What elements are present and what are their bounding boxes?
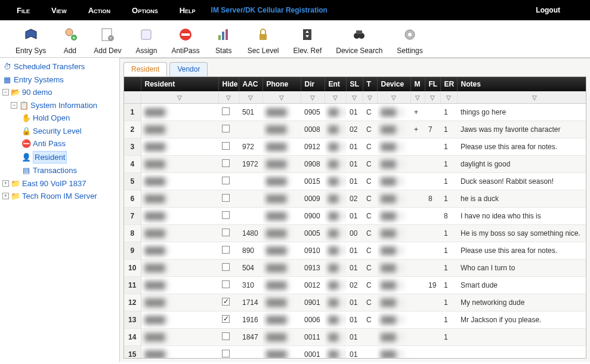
filter-cell[interactable]: ▽ — [363, 91, 377, 104]
table-row[interactable]: 10████504████0913██01C███1Who can I turn… — [124, 260, 586, 277]
hide-checkbox[interactable] — [222, 177, 230, 184]
tab-vendor[interactable]: Vendor — [169, 62, 208, 76]
table-row[interactable]: 7████████0900██01C███8I have no idea who… — [124, 208, 586, 225]
tree-item-east-90-voip-1837[interactable]: +📁East 90 VoIP 1837 — [2, 177, 117, 190]
filter-cell[interactable]: ▽ — [377, 91, 410, 104]
hide-checkbox[interactable] — [222, 332, 230, 340]
table-row[interactable]: 13████1916████0006██01C███1Mr Jackson if… — [124, 311, 586, 329]
hide-cell[interactable] — [218, 208, 239, 225]
toolbar-add-dev[interactable]: +Add Dev — [87, 25, 128, 56]
filter-cell[interactable]: ▽ — [346, 91, 363, 104]
toolbar-settings[interactable]: Settings — [390, 25, 430, 56]
filter-cell[interactable]: ▽ — [410, 91, 425, 104]
toolbar-device-search[interactable]: Device Search — [329, 25, 390, 56]
table-row[interactable]: 2████████0008██02C███+71Jaws was my favo… — [124, 121, 586, 138]
table-row[interactable]: 5████████0015██01C███1Duck season! Rabbi… — [124, 173, 586, 190]
col-header-sl[interactable]: SL — [346, 77, 363, 91]
hide-cell[interactable] — [218, 138, 239, 156]
col-header-phone[interactable]: Phone — [262, 77, 301, 91]
filter-cell[interactable]: ▽ — [262, 91, 301, 104]
table-row[interactable]: 8████1480████0005██00C███1He is my boss … — [124, 225, 586, 242]
filter-cell[interactable]: ▽ — [141, 91, 218, 104]
hide-cell[interactable] — [218, 329, 239, 346]
hide-cell[interactable] — [218, 277, 239, 294]
filter-cell[interactable]: ▽ — [301, 91, 325, 104]
table-row[interactable]: 9████890████0910██01C███1Please use this… — [124, 242, 586, 260]
col-header-t[interactable]: T — [363, 77, 377, 91]
table-row[interactable]: 12████1714████0901██01C███1My networking… — [124, 294, 586, 311]
tree-item-hold-open[interactable]: ✋Hold Open — [2, 112, 117, 125]
hide-checkbox[interactable] — [222, 159, 230, 167]
filter-cell[interactable] — [124, 91, 141, 104]
filter-cell[interactable]: ▽ — [440, 91, 457, 104]
col-header-resident[interactable]: Resident — [141, 77, 218, 91]
menu-help[interactable]: Help — [169, 6, 206, 15]
tree-expander-icon[interactable]: + — [2, 180, 9, 187]
menu-options[interactable]: Options — [121, 6, 169, 15]
filter-cell[interactable]: ▽ — [218, 91, 239, 104]
col-header-notes[interactable]: Notes — [457, 77, 586, 91]
hide-checkbox[interactable] — [222, 246, 230, 254]
toolbar-stats[interactable]: Stats — [207, 25, 240, 56]
toolbar-sec-level[interactable]: Sec Level — [240, 25, 286, 56]
toolbar-add[interactable]: +Add — [53, 25, 87, 56]
hide-cell[interactable] — [218, 346, 239, 359]
hide-checkbox[interactable] — [222, 229, 230, 236]
hide-cell[interactable] — [218, 294, 239, 311]
col-header-aac[interactable]: AAC — [239, 77, 262, 91]
table-row[interactable]: 4████1972████0908██01C███1daylight is go… — [124, 156, 586, 173]
filter-cell[interactable]: ▽ — [325, 91, 346, 104]
hide-checkbox[interactable] — [222, 315, 230, 323]
hide-cell[interactable] — [218, 121, 239, 138]
col-header-rownum[interactable] — [124, 77, 141, 91]
tree-item-transactions[interactable]: ▤Transactions — [2, 164, 117, 177]
tree-item-tech-room-im-server[interactable]: +📁Tech Room IM Server — [2, 190, 117, 203]
logout-link[interactable]: Logout — [536, 6, 560, 14]
tree-item-scheduled-transfers[interactable]: ⏱Scheduled Transfers — [2, 60, 117, 73]
table-row[interactable]: 14████1847████0011██01███1 — [124, 329, 586, 346]
col-header-m[interactable]: M — [410, 77, 425, 91]
tree-item-system-information[interactable]: −📋System Information — [2, 99, 117, 112]
col-header-er[interactable]: ER — [440, 77, 457, 91]
hide-checkbox[interactable] — [222, 350, 230, 357]
table-row[interactable]: 15████████0001██01███ — [124, 346, 586, 359]
menu-file[interactable]: File — [6, 6, 41, 15]
hide-cell[interactable] — [218, 104, 239, 121]
table-row[interactable]: 11████310████0012██02C███191Smart dude — [124, 277, 586, 294]
toolbar-antipass[interactable]: AntiPass — [164, 25, 206, 56]
tree-item-security-level[interactable]: 🔒Security Level — [2, 125, 117, 138]
tab-resident[interactable]: Resident — [123, 62, 167, 76]
hide-cell[interactable] — [218, 173, 239, 190]
col-header-dir[interactable]: Dir — [301, 77, 325, 91]
hide-cell[interactable] — [218, 311, 239, 329]
hide-cell[interactable] — [218, 156, 239, 173]
hide-checkbox[interactable] — [222, 298, 230, 306]
hide-cell[interactable] — [218, 242, 239, 260]
hide-cell[interactable] — [218, 225, 239, 242]
toolbar-assign[interactable]: Assign — [128, 25, 164, 56]
menu-action[interactable]: Action — [78, 6, 121, 15]
col-header-hide[interactable]: Hide — [218, 77, 239, 91]
table-row[interactable]: 3████972████0912██01C███1Please use this… — [124, 138, 586, 156]
tree-item-resident[interactable]: 👤Resident — [2, 150, 117, 165]
col-header-fl[interactable]: FL — [425, 77, 440, 91]
tree-expander-icon[interactable]: + — [2, 193, 9, 199]
hide-checkbox[interactable] — [222, 263, 230, 271]
filter-cell[interactable]: ▽ — [457, 91, 586, 104]
table-row[interactable]: 1████501████0905██01C███+1things go here — [124, 104, 586, 121]
toolbar-entry-sys[interactable]: Entry Sys — [8, 25, 53, 56]
tree-item-entry-systems[interactable]: ▦Entry Systems — [2, 73, 117, 87]
col-header-device[interactable]: Device — [377, 77, 410, 91]
hide-checkbox[interactable] — [222, 107, 230, 115]
grid-wrap[interactable]: ResidentHideAACPhoneDirEntSLTDeviceMFLER… — [123, 76, 586, 359]
menu-view[interactable]: View — [41, 6, 78, 15]
hide-checkbox[interactable] — [222, 280, 230, 288]
col-header-ent[interactable]: Ent — [325, 77, 346, 91]
hide-cell[interactable] — [218, 260, 239, 277]
toolbar-elev-ref[interactable]: Elev. Ref — [286, 25, 329, 56]
filter-cell[interactable]: ▽ — [425, 91, 440, 104]
hide-checkbox[interactable] — [222, 211, 230, 219]
hide-checkbox[interactable] — [222, 125, 230, 132]
hide-cell[interactable] — [218, 190, 239, 208]
filter-cell[interactable]: ▽ — [239, 91, 262, 104]
